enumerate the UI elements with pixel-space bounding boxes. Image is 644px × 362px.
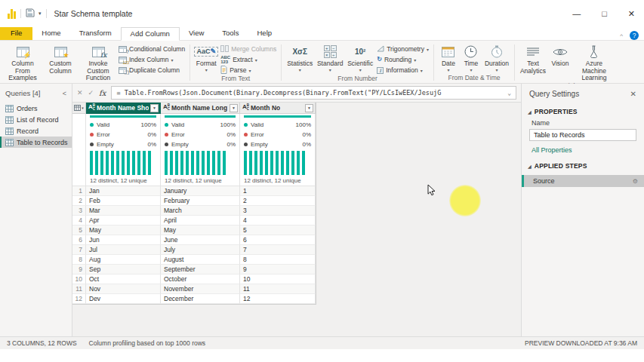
tab-help[interactable]: Help xyxy=(248,27,281,40)
tab-transform[interactable]: Transform xyxy=(70,27,121,40)
table-cell[interactable]: 12 xyxy=(240,294,316,304)
expand-formula-icon[interactable]: ⌄ xyxy=(503,90,511,97)
row-number[interactable]: 2 xyxy=(72,196,86,206)
column-profile[interactable]: Valid100%Error0%Empty0%12 distinct, 12 u… xyxy=(161,114,240,186)
column-from-examples-button[interactable]: ⚡ Column From Examples▾ xyxy=(4,42,42,87)
quick-access-dropdown-icon[interactable]: ▾ xyxy=(39,11,42,17)
help-icon[interactable]: ? xyxy=(630,31,639,40)
row-number[interactable]: 8 xyxy=(72,255,86,265)
gear-icon[interactable]: ⚙ xyxy=(633,178,638,185)
information-button[interactable]: i Information▾ xyxy=(377,66,429,75)
table-cell[interactable]: July xyxy=(161,245,240,255)
table-cell[interactable]: April xyxy=(161,216,240,225)
index-column-button[interactable]: 123 Index Column▾ xyxy=(119,55,185,64)
tab-home[interactable]: Home xyxy=(32,27,69,40)
table-cell[interactable]: 9 xyxy=(240,265,316,275)
close-button[interactable]: ✕ xyxy=(628,9,635,19)
collapse-queries-icon[interactable]: < xyxy=(63,90,66,97)
collapse-ribbon-icon[interactable]: ^ xyxy=(620,32,623,39)
azure-machine-learning-button[interactable]: Azure Machine Learning xyxy=(572,42,616,82)
format-button[interactable]: AaC✎ Format▾ xyxy=(193,42,219,72)
standard-button[interactable]: +−×÷ Standard▾ xyxy=(315,42,345,72)
query-item-orders[interactable]: Orders xyxy=(0,103,72,114)
scientific-button[interactable]: 10² Scientific▾ xyxy=(345,42,375,72)
row-number[interactable]: 11 xyxy=(72,284,86,294)
vision-button[interactable]: Vision xyxy=(548,42,572,68)
table-cell[interactable]: Jun xyxy=(86,235,161,245)
extract-button[interactable]: ABC123 Extract▾ xyxy=(220,55,276,64)
profiling-note[interactable]: Column profiling based on top 1000 rows xyxy=(89,339,206,347)
table-cell[interactable]: Feb xyxy=(86,196,161,206)
rounding-button[interactable]: ↻ Rounding▾ xyxy=(377,55,429,64)
commit-formula-icon[interactable]: ✓ xyxy=(88,89,94,97)
close-icon[interactable]: ✕ xyxy=(630,90,636,98)
table-cell[interactable]: Jan xyxy=(86,186,161,196)
duplicate-column-button[interactable]: ❐ Duplicate Column xyxy=(119,66,185,75)
table-cell[interactable]: Apr xyxy=(86,216,161,225)
properties-section-header[interactable]: ◢ PROPERTIES xyxy=(522,101,644,118)
table-cell[interactable]: May xyxy=(86,225,161,235)
row-number[interactable]: 7 xyxy=(72,245,86,255)
invoke-custom-function-button[interactable]: fx Invoke Custom Function xyxy=(79,42,117,82)
all-properties-link[interactable]: All Properties xyxy=(522,141,644,155)
table-cell[interactable]: 7 xyxy=(240,245,316,255)
column-header-month-no[interactable]: ABC Month No ▼ xyxy=(240,103,316,114)
maximize-button[interactable]: □ xyxy=(602,9,607,19)
table-cell[interactable]: Nov xyxy=(86,284,161,294)
row-number[interactable]: 1 xyxy=(72,186,86,196)
table-cell[interactable]: 4 xyxy=(240,216,316,225)
value-distribution-histogram[interactable] xyxy=(165,151,236,175)
table-cell[interactable]: 1 xyxy=(240,186,316,196)
formula-input[interactable]: = Table.FromRows(Json.Document(Binary.De… xyxy=(111,86,516,100)
query-item-list-of-record[interactable]: List of Record xyxy=(0,114,72,125)
table-cell[interactable]: August xyxy=(161,255,240,265)
filter-dropdown-icon[interactable]: ▼ xyxy=(150,104,159,112)
row-number[interactable]: 12 xyxy=(72,294,86,304)
row-number[interactable]: 6 xyxy=(72,235,86,245)
row-number[interactable]: 9 xyxy=(72,265,86,275)
minimize-button[interactable]: — xyxy=(572,9,581,19)
table-cell[interactable]: January xyxy=(161,186,240,196)
date-button[interactable]: Date▾ xyxy=(437,42,460,72)
table-cell[interactable]: Sep xyxy=(86,265,161,275)
duration-button[interactable]: Duration▾ xyxy=(482,42,511,72)
table-cell[interactable]: May xyxy=(161,225,240,235)
cancel-formula-icon[interactable]: ✕ xyxy=(77,89,83,97)
column-profile[interactable]: Valid100%Error0%Empty0%12 distinct, 12 u… xyxy=(240,114,316,186)
column-header-month-name-short[interactable]: ABC Month Name Short ▼ xyxy=(86,103,161,114)
query-name-input[interactable]: Table to Records xyxy=(529,129,636,141)
table-cell[interactable]: Jul xyxy=(86,245,161,255)
conditional-column-button[interactable]: ? Conditional Column xyxy=(119,44,185,54)
table-cell[interactable]: Oct xyxy=(86,275,161,284)
tab-tools[interactable]: Tools xyxy=(213,27,248,40)
table-cell[interactable]: February xyxy=(161,196,240,206)
row-number[interactable]: 5 xyxy=(72,225,86,235)
table-cell[interactable]: October xyxy=(161,275,240,284)
filter-dropdown-icon[interactable]: ▼ xyxy=(230,104,238,112)
table-cell[interactable]: 11 xyxy=(240,284,316,294)
row-number[interactable]: 4 xyxy=(72,216,86,225)
tab-file[interactable]: File xyxy=(0,27,32,40)
row-number[interactable]: 3 xyxy=(72,206,86,216)
table-cell[interactable]: September xyxy=(161,265,240,275)
tab-add-column[interactable]: Add Column xyxy=(121,27,180,41)
query-item-table-to-records[interactable]: Table to Records xyxy=(0,137,72,148)
value-distribution-histogram[interactable] xyxy=(244,151,311,175)
table-cell[interactable]: June xyxy=(161,235,240,245)
trigonometry-button[interactable]: Trigonometry▾ xyxy=(377,44,429,54)
text-analytics-button[interactable]: Text Analytics xyxy=(518,42,548,75)
table-cell[interactable]: 5 xyxy=(240,225,316,235)
custom-column-button[interactable]: ★ Custom Column xyxy=(42,42,79,75)
query-item-record[interactable]: Record xyxy=(0,125,72,137)
table-cell[interactable]: 6 xyxy=(240,235,316,245)
table-cell[interactable]: Dev xyxy=(86,294,161,304)
save-icon[interactable] xyxy=(26,8,35,19)
select-all-corner[interactable]: ▾ xyxy=(72,103,86,114)
table-cell[interactable]: 2 xyxy=(240,196,316,206)
table-cell[interactable]: November xyxy=(161,284,240,294)
table-cell[interactable]: Aug xyxy=(86,255,161,265)
row-number[interactable]: 10 xyxy=(72,275,86,284)
table-cell[interactable]: 10 xyxy=(240,275,316,284)
column-header-month-name-long[interactable]: ABC Month Name Long ▼ xyxy=(161,103,240,114)
table-cell[interactable]: 3 xyxy=(240,206,316,216)
